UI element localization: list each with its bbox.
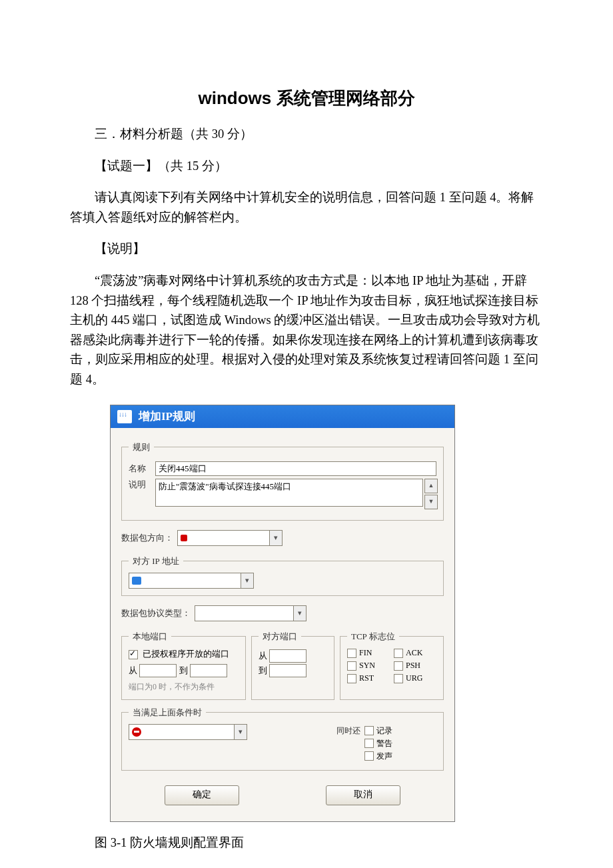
direction-label: 数据包方向： (121, 532, 173, 544)
port-note: 端口为0 时，不作为条件 (129, 681, 239, 693)
rule-group-legend: 规则 (129, 441, 154, 453)
condition-group: 当满足上面条件时 同时还 记录 (121, 707, 444, 771)
rule-icon (117, 410, 132, 423)
ip-address-dropdown[interactable] (129, 573, 254, 589)
dialog-titlebar: 增加IP规则 (111, 405, 454, 428)
tcp-urg-label: URG (406, 673, 422, 683)
figure-caption: 图 3-1 防火墙规则配置界面 (70, 834, 543, 851)
block-icon (132, 727, 141, 737)
remote-from-label: 从 (259, 651, 267, 661)
tcp-urg-checkbox[interactable] (394, 674, 403, 683)
ok-button[interactable]: 确定 (165, 785, 239, 805)
log-label: 记录 (376, 725, 392, 737)
tcp-syn-label: SYN (359, 661, 375, 670)
protocol-dropdown[interactable] (195, 605, 306, 621)
remote-port-to-input[interactable] (269, 664, 306, 677)
tcp-flags-group: TCP 标志位 FIN ACK SYN PSH RST URG (340, 631, 444, 700)
local-port-group: 本地端口 已授权程序开放的端口 从 到 端口为0 时，不作为条件 (121, 631, 246, 700)
ip-address-group: 对方 IP 地址 (121, 555, 444, 596)
firewall-rule-dialog: 增加IP规则 规则 名称 说明 ▲ ▼ (110, 405, 455, 822)
sound-label: 发声 (376, 751, 392, 762)
local-from-label: 从 (129, 665, 137, 675)
tcp-flags-legend: TCP 标志位 (347, 631, 399, 643)
remote-to-label: 到 (259, 665, 267, 675)
local-port-legend: 本地端口 (129, 631, 171, 643)
desc-label: 说明 (129, 479, 155, 491)
tcp-rst-checkbox[interactable] (347, 674, 356, 683)
cancel-button[interactable]: 取消 (326, 785, 400, 805)
condition-legend: 当满足上面条件时 (129, 707, 206, 719)
tcp-psh-checkbox[interactable] (394, 661, 403, 671)
scroll-down-button[interactable]: ▼ (424, 495, 438, 509)
tcp-syn-checkbox[interactable] (347, 661, 356, 671)
tcp-fin-checkbox[interactable] (347, 649, 356, 658)
local-port-to-input[interactable] (190, 664, 227, 677)
local-to-label: 到 (179, 665, 188, 675)
local-port-from-input[interactable] (139, 664, 177, 677)
shuoming-paragraph: “震荡波”病毒对网络中计算机系统的攻击方式是：以本地 IP 地址为基础，开辟 1… (70, 271, 543, 390)
dialog-title: 增加IP规则 (139, 409, 195, 424)
remote-port-legend: 对方端口 (259, 631, 301, 643)
section-header: 三．材料分析题（共 30 分） (70, 125, 543, 145)
action-dropdown[interactable] (129, 724, 247, 740)
question-header: 【试题一】（共 15 分） (70, 157, 543, 177)
tcp-rst-label: RST (359, 673, 374, 683)
scroll-up-button[interactable]: ▲ (424, 479, 438, 493)
network-icon (132, 577, 141, 585)
authorized-port-checkbox[interactable] (129, 650, 138, 659)
name-label: 名称 (129, 463, 155, 475)
alert-checkbox[interactable] (364, 739, 374, 748)
tcp-ack-checkbox[interactable] (394, 649, 403, 658)
direction-dropdown[interactable] (177, 530, 283, 546)
remote-port-group: 对方端口 从 到 (251, 631, 334, 700)
alert-label: 警告 (376, 738, 392, 749)
rule-desc-input[interactable] (155, 479, 423, 507)
arrow-icon (181, 535, 187, 541)
log-checkbox[interactable] (364, 726, 374, 735)
tcp-fin-label: FIN (359, 648, 372, 657)
sound-checkbox[interactable] (364, 751, 374, 761)
document-title: windows 系统管理网络部分 (70, 87, 543, 110)
shuoming-label: 【说明】 (70, 239, 543, 259)
intro-paragraph: 请认真阅读下列有关网络中计算机安全的说明信息，回答问题 1 至问题 4。将解答填… (70, 188, 543, 227)
tcp-psh-label: PSH (406, 661, 420, 670)
authorized-label: 已授权程序开放的端口 (143, 649, 229, 659)
same-time-label: 同时还 (336, 725, 360, 737)
tcp-ack-label: ACK (406, 648, 422, 657)
protocol-label: 数据包协议类型： (121, 607, 191, 619)
rule-name-input[interactable] (155, 461, 436, 476)
rule-group: 规则 名称 说明 ▲ ▼ (121, 441, 444, 521)
remote-port-from-input[interactable] (269, 649, 306, 663)
ip-group-legend: 对方 IP 地址 (129, 555, 183, 567)
